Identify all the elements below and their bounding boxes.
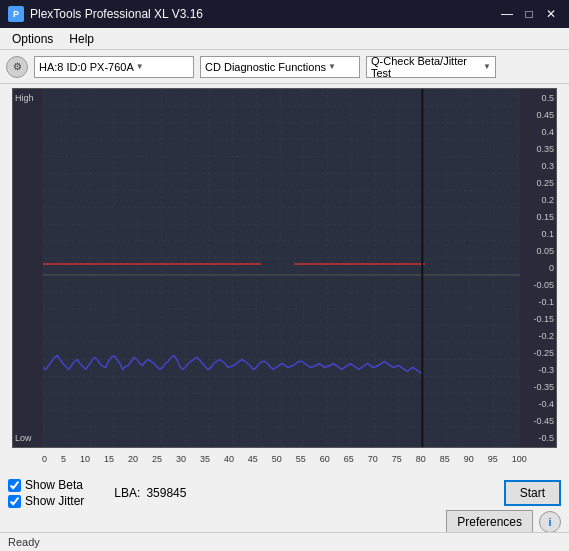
status-bar: Ready [0,532,569,551]
show-jitter-checkbox[interactable] [8,495,21,508]
titlebar: P PlexTools Professional XL V3.16 — □ ✕ [0,0,569,28]
test-dropdown-arrow: ▼ [483,62,491,71]
y-label-low: Low [15,433,32,443]
function-dropdown[interactable]: CD Diagnostic Functions ▼ [200,56,360,78]
show-beta-text: Show Beta [25,478,83,492]
toolbar: ⚙ HA:8 ID:0 PX-760A ▼ CD Diagnostic Func… [0,50,569,84]
function-dropdown-arrow: ▼ [328,62,336,71]
x-axis-labels: 0 5 10 15 20 25 30 35 40 45 50 55 60 65 … [6,452,563,464]
lba-label: LBA: [114,486,140,500]
drive-label: HA:8 ID:0 PX-760A [39,61,134,73]
titlebar-left: P PlexTools Professional XL V3.16 [8,6,203,22]
bottom-row2: Preferences i [8,510,561,534]
chart-container: High Low 0.5 0.45 0.4 0.35 0.3 0.25 0.2 … [12,88,557,448]
status-text: Ready [8,536,40,548]
info-button[interactable]: i [539,511,561,533]
y-axis-right: 0.5 0.45 0.4 0.35 0.3 0.25 0.2 0.15 0.1 … [520,89,556,447]
minimize-button[interactable]: — [497,5,517,23]
lba-section: LBA: 359845 [114,486,186,500]
right-buttons: Start [504,480,561,506]
show-beta-label[interactable]: Show Beta [8,478,84,492]
test-dropdown[interactable]: Q-Check Beta/Jitter Test ▼ [366,56,496,78]
menu-help[interactable]: Help [61,30,102,48]
drive-dropdown-arrow: ▼ [136,62,144,71]
lba-value: 359845 [146,486,186,500]
app-icon: P [8,6,24,22]
chart-svg [43,89,520,447]
show-jitter-text: Show Jitter [25,494,84,508]
chart-wrapper: High Low 0.5 0.45 0.4 0.35 0.3 0.25 0.2 … [6,88,563,468]
close-button[interactable]: ✕ [541,5,561,23]
drive-icon-button[interactable]: ⚙ [6,56,28,78]
checkboxes: Show Beta Show Jitter [8,478,84,508]
drive-dropdown[interactable]: HA:8 ID:0 PX-760A ▼ [34,56,194,78]
bottom-panel: Show Beta Show Jitter LBA: 359845 Start … [0,472,569,540]
show-beta-checkbox[interactable] [8,479,21,492]
show-jitter-label[interactable]: Show Jitter [8,494,84,508]
preferences-button[interactable]: Preferences [446,510,533,534]
function-label: CD Diagnostic Functions [205,61,326,73]
bottom-row1: Show Beta Show Jitter LBA: 359845 Start [8,478,561,508]
titlebar-controls: — □ ✕ [497,5,561,23]
start-button[interactable]: Start [504,480,561,506]
app-title: PlexTools Professional XL V3.16 [30,7,203,21]
test-label: Q-Check Beta/Jitter Test [371,55,481,79]
maximize-button[interactable]: □ [519,5,539,23]
menu-options[interactable]: Options [4,30,61,48]
menubar: Options Help [0,28,569,50]
y-label-high: High [15,93,34,103]
